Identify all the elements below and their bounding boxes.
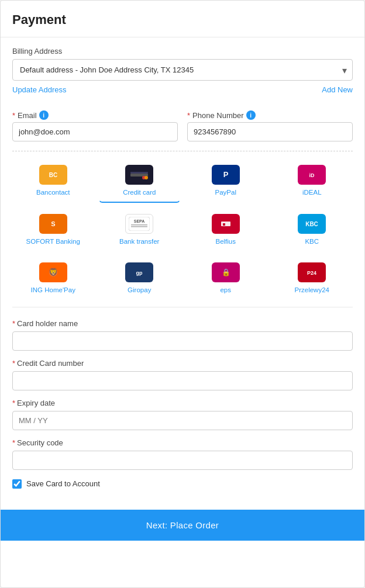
card-fields-divider — [12, 307, 353, 307]
cardnumber-required-star: * — [12, 359, 15, 368]
cardholder-label: * Card holder name — [12, 319, 353, 328]
svg-text:iD: iD — [309, 172, 315, 178]
save-card-row: Save Card to Account — [12, 479, 353, 489]
payment-method-bancontact[interactable]: BC Bancontact — [12, 158, 94, 203]
banktransfer-icon: SEPA — [125, 214, 153, 234]
payment-method-przelewy24[interactable]: P24 Przelewy24 — [271, 256, 353, 300]
expiry-required-star: * — [12, 399, 15, 407]
billing-address-wrapper: Default address - John Doe Address City,… — [12, 59, 353, 81]
bancontact-label: Bancontact — [36, 188, 70, 197]
eps-label: eps — [220, 286, 231, 295]
svg-point-6 — [144, 176, 148, 179]
payment-divider — [12, 151, 353, 151]
svg-text:BC: BC — [49, 172, 57, 178]
payment-methods-section: BC Bancontact Credit card — [1, 158, 364, 307]
payment-method-giropay[interactable]: gp Giropay — [99, 256, 181, 300]
billing-section: Billing Address Default address - John D… — [1, 37, 364, 103]
add-new-link[interactable]: Add New — [322, 85, 353, 94]
payment-method-belfius[interactable]: Belfius — [185, 207, 267, 251]
save-card-checkbox[interactable] — [12, 479, 22, 489]
address-links: Update Address Add New — [12, 85, 353, 94]
svg-rect-18 — [221, 222, 230, 226]
svg-rect-15 — [131, 224, 147, 226]
payment-method-sofort[interactable]: S SOFORT Banking — [12, 207, 94, 251]
svg-text:🦁: 🦁 — [49, 267, 58, 277]
przelewy24-icon: P24 — [298, 262, 326, 282]
eps-icon: 🔒 — [212, 262, 240, 282]
cardholder-required-star: * — [12, 319, 15, 328]
svg-rect-16 — [131, 226, 147, 227]
cardnumber-label-text: Credit Card number — [17, 359, 84, 368]
security-label-text: Security code — [17, 438, 63, 447]
paypal-icon: P — [212, 165, 240, 185]
cardholder-label-text: Card holder name — [17, 319, 78, 328]
email-input[interactable] — [12, 122, 178, 141]
phone-required-star: * — [187, 111, 190, 120]
security-input[interactable] — [12, 451, 353, 470]
cardnumber-field-group: * Credit Card number — [12, 359, 353, 390]
bancontact-icon: BC — [39, 165, 67, 185]
sofort-icon: S — [39, 214, 67, 234]
kbc-label: KBC — [305, 237, 319, 246]
payment-method-kbc[interactable]: KBC KBC — [271, 207, 353, 251]
card-fields-section: * Card holder name * Credit Card number … — [1, 317, 364, 498]
svg-text:P: P — [223, 170, 228, 179]
email-field-group: * Email i — [12, 110, 178, 141]
ing-label: ING Home'Pay — [31, 286, 75, 295]
phone-label-text: Phone Number — [192, 111, 243, 120]
payment-method-creditcard[interactable]: Credit card — [99, 158, 181, 203]
creditcard-icon — [125, 165, 153, 185]
ideal-label: iDEAL — [302, 188, 322, 197]
giropay-icon: gp — [125, 262, 153, 282]
svg-rect-19 — [223, 223, 225, 226]
expiry-input[interactable] — [12, 411, 353, 430]
ideal-icon: iD — [298, 165, 326, 185]
update-address-link[interactable]: Update Address — [12, 85, 67, 94]
svg-text:🔒: 🔒 — [221, 268, 230, 276]
payment-method-banktransfer[interactable]: SEPA Bank transfer — [99, 207, 181, 251]
email-label-text: Email — [18, 111, 37, 120]
expiry-field-group: * Expiry date — [12, 399, 353, 430]
belfius-label: Belfius — [215, 237, 236, 246]
przelewy24-label: Przelewy24 — [295, 286, 329, 295]
cardnumber-label: * Credit Card number — [12, 359, 353, 368]
place-order-button[interactable]: Next: Place Order — [1, 510, 364, 541]
svg-text:KBC: KBC — [305, 221, 318, 227]
security-label: * Security code — [12, 438, 353, 447]
phone-input[interactable] — [187, 122, 353, 141]
kbc-icon: KBC — [298, 214, 326, 234]
ing-icon: 🦁 — [39, 262, 67, 282]
email-info-icon[interactable]: i — [39, 110, 49, 120]
expiry-label-text: Expiry date — [17, 399, 55, 407]
sofort-label: SOFORT Banking — [26, 237, 80, 246]
phone-field-group: * Phone Number i — [187, 110, 353, 141]
paypal-label: PayPal — [215, 188, 236, 197]
payment-method-eps[interactable]: 🔒 eps — [185, 256, 267, 300]
banktransfer-label: Bank transfer — [119, 237, 159, 246]
creditcard-label: Credit card — [123, 188, 156, 197]
email-required-star: * — [12, 111, 15, 120]
payment-methods-grid: BC Bancontact Credit card — [12, 158, 353, 300]
payment-method-ing[interactable]: 🦁 ING Home'Pay — [12, 256, 94, 300]
svg-text:gp: gp — [136, 270, 143, 276]
cardholder-input[interactable] — [12, 331, 353, 351]
svg-text:S: S — [51, 220, 55, 227]
svg-rect-3 — [130, 174, 148, 177]
cardnumber-input[interactable] — [12, 371, 353, 390]
billing-address-select[interactable]: Default address - John Doe Address City,… — [12, 59, 353, 81]
security-required-star: * — [12, 438, 15, 447]
page-title: Payment — [12, 12, 353, 27]
security-field-group: * Security code — [12, 438, 353, 470]
save-card-label[interactable]: Save Card to Account — [26, 479, 100, 488]
email-label: * Email i — [12, 110, 178, 120]
svg-text:P24: P24 — [307, 270, 316, 276]
svg-rect-4 — [130, 172, 148, 174]
contact-fields: * Email i * Phone Number i — [1, 110, 364, 151]
giropay-label: Giropay — [128, 286, 151, 295]
payment-method-ideal[interactable]: iD iDEAL — [271, 158, 353, 203]
phone-info-icon[interactable]: i — [246, 110, 256, 120]
payment-method-paypal[interactable]: P PayPal — [185, 158, 267, 203]
phone-label: * Phone Number i — [187, 110, 353, 120]
cardholder-field-group: * Card holder name — [12, 319, 353, 351]
expiry-label: * Expiry date — [12, 399, 353, 407]
